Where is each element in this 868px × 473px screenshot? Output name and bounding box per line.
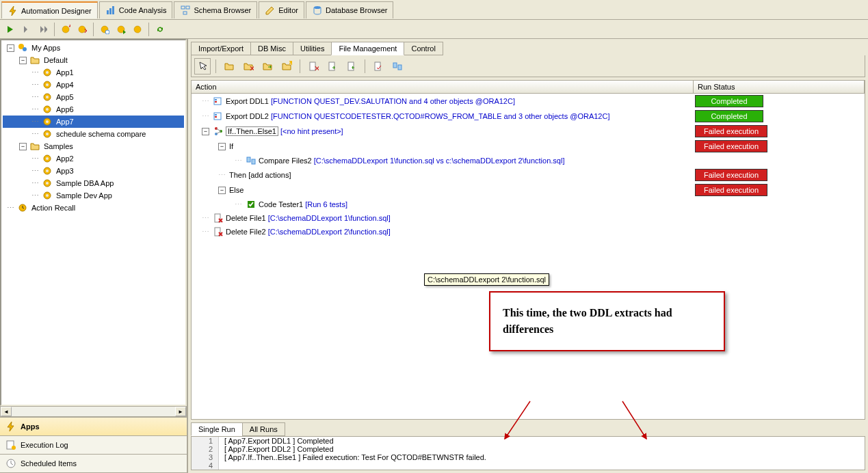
tab-db-misc[interactable]: DB Misc — [250, 42, 293, 55]
refresh-button[interactable] — [153, 22, 168, 37]
tab-code-analysis[interactable]: Code Analysis — [99, 1, 173, 18]
svg-point-36 — [46, 194, 49, 197]
svg-point-22 — [46, 96, 49, 98]
schema-icon — [180, 5, 191, 16]
action-row[interactable]: ⋯Export DDL1 [FUNCTION QUEST_DEV.SALUTAT… — [192, 94, 865, 109]
callout-text: This time, the two DDL extracts had diff… — [503, 305, 711, 338]
delete-icon — [213, 226, 224, 237]
annotation-callout: This time, the two DDL extracts had diff… — [489, 291, 725, 351]
edit-icon — [265, 5, 276, 16]
tree-node-my-apps[interactable]: −My Apps — [3, 42, 184, 54]
tree-toggle[interactable]: − — [7, 44, 14, 52]
gear-new-button[interactable]: ✱ — [58, 22, 73, 37]
folder-delete-button[interactable]: ✕ — [240, 58, 257, 75]
nav-execution-log[interactable]: Execution Log — [0, 436, 187, 455]
column-action[interactable]: Action — [192, 81, 694, 93]
tree-toggle[interactable]: − — [19, 143, 27, 150]
tab-all-runs[interactable]: All Runs — [242, 422, 285, 436]
svg-text:✱: ✱ — [289, 61, 292, 66]
tree-label: Sample DBA App — [54, 178, 116, 188]
file-delete-button[interactable]: ✕ — [305, 58, 321, 75]
scroll-left-button[interactable]: ◄ — [1, 407, 12, 416]
gear-clock-button[interactable] — [97, 22, 112, 37]
tab-automation-designer[interactable]: Automation Designer — [1, 1, 98, 18]
tree-node-schedule-schema-compare[interactable]: ⋯schedule schema compare — [3, 128, 184, 140]
tab-file-management[interactable]: File Management — [331, 42, 404, 55]
tree-node-default[interactable]: −Default — [3, 54, 184, 66]
action-row[interactable]: ⋯Delete File2 [C:\schemaDDLexport 2\func… — [192, 225, 865, 239]
gear-bolt-button[interactable] — [130, 22, 145, 37]
gear-play-button[interactable] — [114, 22, 129, 37]
horizontal-scrollbar[interactable]: ◄ ► — [0, 406, 187, 417]
folder-move-button[interactable] — [259, 58, 276, 75]
tree-node-app4[interactable]: ⋯App4 — [3, 79, 184, 91]
row-toggle[interactable]: − — [202, 128, 209, 135]
tab-control[interactable]: Control — [404, 42, 443, 55]
tree-label: Action Recall — [29, 203, 77, 213]
row-toggle[interactable]: − — [218, 187, 226, 194]
run-button[interactable] — [3, 22, 18, 37]
file-check-button[interactable] — [370, 58, 386, 75]
action-row[interactable]: ⋯Delete File1 [C:\schemaDDLexport 1\func… — [192, 211, 865, 225]
action-hint: [FUNCTION QUESTCODETESTER.QCTOD#ROWS_FRO… — [271, 112, 609, 120]
tab-single-run[interactable]: Single Run — [191, 422, 243, 436]
log-output[interactable]: 1[ App7.Export DDL1 ] Completed2[ App7.E… — [191, 436, 865, 470]
tree-node-samples[interactable]: −Samples — [3, 140, 184, 152]
svg-rect-59 — [247, 157, 250, 162]
file-import-button[interactable] — [343, 58, 360, 75]
gear-icon — [42, 190, 53, 201]
tab-utilities[interactable]: Utilities — [293, 42, 332, 55]
action-row[interactable]: −IfFailed execution — [192, 139, 865, 154]
folder-new-button[interactable]: ✱ — [278, 58, 295, 75]
tab-database-browser[interactable]: Database Browser — [306, 1, 394, 18]
svg-point-39 — [12, 446, 16, 450]
nav-scheduled-items[interactable]: Scheduled Items — [0, 455, 187, 473]
nav-apps[interactable]: Apps — [0, 418, 187, 436]
compare-button[interactable] — [389, 58, 406, 75]
action-row[interactable]: ⋯Export DDL2 [FUNCTION QUESTCODETESTER.Q… — [192, 109, 865, 124]
apps-tree[interactable]: −My Apps−Default⋯App1⋯App4⋯App5⋯App6⋯App… — [0, 39, 187, 406]
scroll-right-button[interactable]: ► — [175, 407, 186, 416]
output-tabs: Single RunAll Runs — [188, 420, 868, 436]
action-name: Delete File1 — [226, 214, 266, 222]
tree-node-app5[interactable]: ⋯App5 — [3, 91, 184, 103]
skip-button[interactable] — [36, 22, 51, 37]
pointer-tool-button[interactable] — [194, 58, 211, 75]
action-name: Delete File2 — [226, 228, 266, 236]
action-grid[interactable]: ⋯Export DDL1 [FUNCTION QUEST_DEV.SALUTAT… — [191, 94, 865, 420]
svg-rect-1 — [109, 8, 111, 14]
svg-rect-0 — [107, 10, 109, 14]
folder-open-button[interactable] — [221, 58, 237, 75]
svg-point-6 — [314, 6, 321, 9]
svg-rect-3 — [181, 6, 185, 9]
row-toggle[interactable]: − — [218, 143, 226, 150]
tree-node-app7[interactable]: ⋯App7 — [3, 116, 184, 128]
tab-editor[interactable]: Editor — [259, 1, 304, 18]
tree-node-app6[interactable]: ⋯App6 — [3, 103, 184, 116]
column-status[interactable]: Run Status — [694, 81, 865, 93]
tree-node-app2[interactable]: ⋯App2 — [3, 152, 184, 165]
tab-schema-browser[interactable]: Schema Browser — [174, 1, 257, 18]
tree-node-sample-dba-app[interactable]: ⋯Sample DBA App — [3, 177, 184, 189]
step-button[interactable] — [19, 22, 34, 37]
tree-node-app1[interactable]: ⋯App1 — [3, 66, 184, 79]
log-line: 2[ App7.Export DDL2 ] Completed — [192, 445, 865, 453]
tree-label: schedule schema compare — [54, 129, 148, 139]
action-row[interactable]: −ElseFailed execution — [192, 183, 865, 198]
tree-node-sample-dev-app[interactable]: ⋯Sample Dev App — [3, 189, 184, 202]
svg-rect-47 — [375, 62, 380, 70]
action-row[interactable]: −If..Then..Else1 [<no hint present>]Fail… — [192, 124, 865, 139]
tree-toggle[interactable]: − — [19, 57, 27, 64]
svg-rect-60 — [252, 159, 255, 164]
file-export-button[interactable] — [324, 58, 341, 75]
tab-import-export[interactable]: Import/Export — [191, 42, 251, 55]
tree-node-action-recall[interactable]: ⋯Action Recall — [3, 202, 184, 214]
tab-label: Editor — [278, 6, 298, 14]
gear-delete-button[interactable]: ✕ — [75, 22, 90, 37]
action-row[interactable]: ⋯Code Tester1 [Run 6 tests] — [192, 198, 865, 211]
gear-icon — [42, 67, 53, 78]
action-row[interactable]: ⋯Then [add actions]Failed execution — [192, 167, 865, 183]
tree-node-app3[interactable]: ⋯App3 — [3, 165, 184, 177]
action-row[interactable]: ⋯Compare Files2 [C:\schemaDDLexport 1\fu… — [192, 154, 865, 167]
folder-icon — [29, 141, 40, 152]
